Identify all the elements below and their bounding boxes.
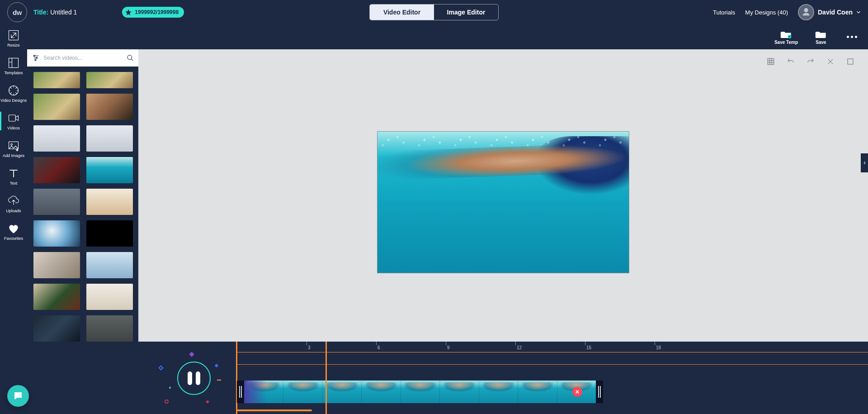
svg-rect-4 bbox=[9, 115, 16, 121]
heart-icon bbox=[7, 222, 20, 235]
uploads-icon bbox=[7, 195, 20, 207]
more-menu-button[interactable] bbox=[844, 36, 860, 38]
filter-icon[interactable] bbox=[32, 54, 40, 62]
decoration bbox=[215, 364, 218, 367]
video-thumb[interactable] bbox=[86, 125, 133, 152]
play-pause-button[interactable] bbox=[177, 362, 211, 395]
video-thumb[interactable] bbox=[86, 315, 133, 342]
clip-handle-right[interactable] bbox=[596, 381, 603, 403]
close-icon[interactable] bbox=[826, 57, 835, 66]
canvas-tools bbox=[767, 57, 854, 66]
clip-frame bbox=[439, 381, 478, 403]
editor-mode-toggle: Video Editor Image Editor bbox=[369, 4, 499, 20]
video-thumb[interactable] bbox=[33, 252, 80, 278]
add-images-icon bbox=[7, 139, 20, 152]
svg-rect-11 bbox=[768, 58, 774, 65]
video-thumb[interactable] bbox=[86, 220, 133, 247]
person-icon bbox=[801, 7, 811, 17]
logo-text: dw bbox=[13, 9, 22, 16]
search-icon[interactable] bbox=[127, 54, 134, 62]
chevron-down-icon bbox=[856, 10, 861, 14]
video-thumb[interactable] bbox=[33, 125, 80, 152]
video-thumb[interactable] bbox=[33, 157, 80, 183]
video-thumb[interactable] bbox=[33, 284, 80, 310]
decoration bbox=[169, 387, 171, 389]
video-browser-panel bbox=[27, 49, 138, 414]
decoration bbox=[158, 365, 163, 370]
ruler-line bbox=[236, 364, 868, 365]
pause-icon bbox=[188, 371, 200, 385]
tutorials-link[interactable]: Tutorials bbox=[713, 9, 735, 16]
video-thumb[interactable] bbox=[33, 72, 80, 88]
image-editor-tab[interactable]: Image Editor bbox=[434, 5, 498, 20]
chat-icon bbox=[13, 390, 24, 401]
tool-uploads[interactable]: Uploads bbox=[0, 190, 27, 218]
svg-rect-12 bbox=[848, 59, 853, 64]
decoration bbox=[206, 400, 209, 403]
video-thumb[interactable] bbox=[33, 189, 80, 215]
timeline-playhead[interactable] bbox=[326, 342, 327, 414]
clip-handle-left[interactable] bbox=[237, 381, 244, 403]
search-input[interactable] bbox=[43, 55, 123, 61]
clip-frame bbox=[479, 381, 518, 403]
svg-point-6 bbox=[11, 144, 13, 146]
title-label: Title: bbox=[33, 9, 48, 16]
credits-badge[interactable]: 1999992/1999998 bbox=[122, 7, 184, 18]
timeline-start-marker[interactable] bbox=[236, 342, 237, 414]
timeline-scrollbar[interactable] bbox=[237, 409, 312, 411]
tool-strip: Resize Templates Video Designs Videos Ad… bbox=[0, 49, 27, 414]
canvas-area bbox=[138, 49, 868, 342]
video-preview-frame[interactable] bbox=[377, 131, 629, 273]
tool-video-designs[interactable]: Video Designs bbox=[0, 80, 27, 107]
avatar bbox=[798, 4, 814, 20]
video-thumb[interactable] bbox=[33, 220, 80, 247]
tool-favourites[interactable]: Favourites bbox=[0, 218, 27, 245]
folder-icon bbox=[815, 29, 827, 38]
video-thumb[interactable] bbox=[86, 94, 133, 120]
tool-add-images[interactable]: Add Images bbox=[0, 135, 27, 162]
video-thumb[interactable] bbox=[86, 252, 133, 278]
video-thumb[interactable] bbox=[86, 189, 133, 215]
decoration bbox=[217, 380, 221, 381]
video-thumb[interactable] bbox=[86, 72, 133, 88]
grid-icon[interactable] bbox=[767, 57, 775, 66]
timeline-clip[interactable] bbox=[237, 381, 603, 403]
chat-button[interactable] bbox=[7, 385, 29, 407]
tool-text[interactable]: Text bbox=[0, 162, 27, 190]
undo-icon[interactable] bbox=[787, 57, 795, 66]
work-column: 3 6 9 12 15 18 bbox=[138, 49, 868, 414]
timeline-ruler[interactable]: 3 6 9 12 15 18 bbox=[236, 342, 868, 352]
action-bar: Save Temp Save bbox=[0, 24, 868, 49]
save-button[interactable]: Save bbox=[815, 29, 827, 45]
star-icon bbox=[125, 9, 132, 16]
clip-frame bbox=[401, 381, 439, 403]
redo-icon[interactable] bbox=[807, 57, 815, 66]
tool-templates[interactable]: Templates bbox=[0, 52, 27, 80]
video-designs-icon bbox=[7, 84, 20, 97]
fullscreen-icon[interactable] bbox=[846, 57, 854, 66]
video-thumb[interactable] bbox=[33, 315, 80, 342]
video-thumb[interactable] bbox=[86, 284, 133, 310]
top-header: dw Title: Untitled 1 1999992/1999998 Vid… bbox=[0, 0, 868, 24]
app-logo[interactable]: dw bbox=[7, 2, 27, 22]
video-editor-tab[interactable]: Video Editor bbox=[370, 5, 434, 20]
svg-point-10 bbox=[127, 55, 132, 59]
user-menu[interactable]: David Coen bbox=[798, 4, 861, 20]
save-temp-button[interactable]: Save Temp bbox=[774, 29, 798, 45]
clip-delete-button[interactable] bbox=[572, 387, 582, 397]
preview-graphic bbox=[377, 132, 629, 163]
search-row bbox=[27, 49, 138, 67]
clip-body bbox=[244, 381, 596, 403]
svg-rect-2 bbox=[9, 58, 19, 68]
right-panel-toggle[interactable] bbox=[861, 153, 868, 172]
user-name: David Coen bbox=[818, 9, 853, 16]
tool-videos[interactable]: Videos bbox=[0, 107, 27, 135]
video-thumb[interactable] bbox=[33, 94, 80, 120]
video-thumbs-scroll[interactable] bbox=[27, 67, 138, 414]
tool-resize[interactable]: Resize bbox=[0, 24, 27, 52]
my-designs-link[interactable]: My Designs (40) bbox=[745, 9, 788, 16]
timeline-area: 3 6 9 12 15 18 bbox=[138, 342, 868, 414]
project-title[interactable]: Title: Untitled 1 bbox=[33, 9, 77, 16]
video-thumb[interactable] bbox=[86, 157, 133, 183]
header-right: Tutorials My Designs (40) David Coen bbox=[713, 4, 861, 20]
